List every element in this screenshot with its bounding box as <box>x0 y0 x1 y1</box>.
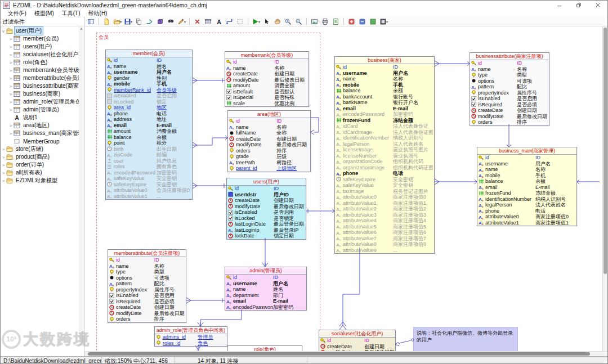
field-row[interactable]: AasafeKeyValue安全密钥 <box>106 176 192 182</box>
field-row[interactable]: roles_id角色 <box>155 340 227 347</box>
expand-arrow-icon[interactable]: > <box>8 100 14 105</box>
field-row[interactable]: idID <box>470 60 549 66</box>
field-row[interactable]: userIdstr用户ID <box>227 192 306 198</box>
entity-table-memberattribute[interactable]: memberattribute(会员注册项)idIDAaname名称type类型… <box>108 249 186 323</box>
field-row[interactable]: Aapattern配比 <box>108 281 186 287</box>
expand-arrow-icon[interactable]: > <box>1 147 6 152</box>
field-row[interactable]: AaattributeValue3商家注册项值3 <box>335 212 434 218</box>
field-row[interactable]: balance余额 <box>477 178 576 185</box>
note-box[interactable]: 说明：社会化用户指微信、微博等外部登录的用户 <box>413 327 518 351</box>
diagram-canvas[interactable]: 会员 说明：社会化用户指微信、微博等外部登录的用户 member(会员)idID… <box>84 26 602 351</box>
field-row[interactable]: AaattributeValue7商家注册项值7 <box>335 236 434 242</box>
toolbar-pan-tool-button[interactable] <box>272 17 283 26</box>
dropdown-caret[interactable]: ▾ <box>386 20 388 24</box>
field-row[interactable]: balance余额 <box>335 88 434 94</box>
relation-businessattribute-businessman[interactable] <box>507 124 511 147</box>
field-row[interactable]: parent_id上级地区 <box>228 165 310 172</box>
field-row[interactable]: propertyIndex属性序号 <box>108 287 186 293</box>
field-row[interactable]: Aaname姓名 <box>225 286 306 293</box>
field-row[interactable]: createDate创建日期 <box>470 107 549 114</box>
relation-business-socialuser[interactable] <box>339 248 360 330</box>
field-row[interactable]: idID <box>319 338 395 344</box>
field-row[interactable]: modifyDate最后修改日期 <box>225 77 309 83</box>
relation-business-businessman[interactable] <box>435 179 477 185</box>
tree-item-store-[interactable]: >store(店铺) <box>1 145 84 153</box>
entity-table-role[interactable]: role(角色) <box>227 345 302 351</box>
field-row[interactable]: isSpecial是否特殊 <box>225 95 309 101</box>
tree-item-businessattribute-[interactable]: >businessattribute(商家注册项) <box>1 82 84 90</box>
field-row[interactable]: AaidentificationNumber纳税人识别号 <box>335 135 434 141</box>
table-title-socialuser[interactable]: socialuser(社会化用户) <box>319 330 395 338</box>
field-row[interactable]: AaattributeValue0会员注册项值0 <box>106 187 192 194</box>
field-row[interactable]: modifyDate最后修改日期 <box>319 349 395 351</box>
field-row[interactable]: birth出生日期 <box>106 146 192 152</box>
toolbar-select-tool-button[interactable] <box>261 17 272 26</box>
table-title-businessattribute[interactable]: businessattribute(商家注册项) <box>470 53 549 60</box>
field-row[interactable]: AaencodedPassword加密密码 <box>106 170 192 176</box>
entity-table-socialuser[interactable]: socialuser(社会化用户)idIDcreateDate创建日期modif… <box>319 330 396 351</box>
expand-arrow-icon[interactable]: > <box>1 155 6 160</box>
table-title-business[interactable]: business(商家) <box>335 57 434 64</box>
field-row[interactable]: Aaphone电话 <box>335 170 434 177</box>
toolbar-add-frame-button[interactable] <box>235 17 245 26</box>
field-row[interactable]: AalicenseNumber营业执照号 <box>335 153 434 159</box>
toolbar-add-relation-button[interactable] <box>224 17 235 26</box>
field-row[interactable]: AaattributeValue9... <box>335 248 434 254</box>
field-row[interactable]: AatreePath树路径 <box>228 160 310 166</box>
toolbar-diagram-style-button[interactable] <box>368 17 378 26</box>
tree-item-memberattribute-[interactable]: >memberattribute(会员注册项) <box>1 74 84 82</box>
table-title-admin[interactable]: admin(管理员) <box>225 267 306 275</box>
table-title-area[interactable]: area(地区) <box>228 111 310 118</box>
toolbar-open-model-button[interactable]: ▾ <box>112 17 123 26</box>
field-row[interactable]: AasafeKeyValue安全密钥 <box>335 182 434 188</box>
field-row[interactable]: modifyDate最后修改日期 <box>108 311 186 317</box>
field-row[interactable]: scale优惠比例 <box>225 101 309 107</box>
field-row[interactable]: admins_id管理员 <box>155 334 227 340</box>
entity-table-businessattribute[interactable]: businessattribute(商家注册项)idIDAaname名称type… <box>470 52 549 126</box>
tree-item-member-[interactable]: >member(会员) <box>1 35 84 43</box>
field-row[interactable]: Aaphone电话 <box>477 208 576 214</box>
menu-item-1[interactable]: 模型(M) <box>30 10 58 17</box>
field-row[interactable]: balance余额 <box>106 134 192 141</box>
expand-arrow-icon[interactable]: > <box>8 84 14 89</box>
field-row[interactable]: Aadepartment部门 <box>225 293 306 299</box>
tree-item-socialuser-[interactable]: >socialuser(社会化用户) <box>1 51 84 59</box>
field-row[interactable]: fullName全称 <box>228 130 310 136</box>
field-row[interactable]: idID <box>106 57 192 64</box>
minimize-button[interactable] <box>550 1 569 10</box>
field-row[interactable]: AaattributeValue1商家注册项值1 <box>477 220 576 226</box>
field-row[interactable]: AaattributeValue1商家注册项值1 <box>335 200 434 206</box>
tree-item-area-[interactable]: >area(地区) <box>1 122 84 129</box>
field-row[interactable]: roles拥有角色 <box>106 164 192 170</box>
field-row[interactable]: Aaname名称 <box>477 167 576 173</box>
maximize-button[interactable] <box>569 1 588 10</box>
field-row[interactable]: Aaphone电话 <box>106 111 192 117</box>
field-row[interactable]: frozenFund冻结金额 <box>477 190 576 196</box>
toolbar-delete-button[interactable] <box>192 17 203 26</box>
expand-arrow-icon[interactable]: > <box>8 60 14 65</box>
filter-input[interactable] <box>1 19 84 25</box>
field-row[interactable]: isLocked是否锁定 <box>227 215 306 222</box>
field-row[interactable]: options可选项 <box>470 78 549 84</box>
tree-item-users-[interactable]: >users(用户) <box>1 43 84 51</box>
toolbar-toggle-tree-panel-button[interactable] <box>86 17 96 26</box>
field-row[interactable]: AabankAccount银行账号 <box>335 94 434 100</box>
field-row[interactable]: Aamobile手机 <box>477 173 576 179</box>
field-row[interactable]: amount消费金额 <box>106 128 192 134</box>
tree-item-business-[interactable]: >business(商家) <box>1 90 84 98</box>
field-row[interactable]: orders排序 <box>470 119 549 125</box>
field-row[interactable]: AazipCode邮编 <box>106 152 192 158</box>
tree-item-user-[interactable]: vuser(用户) <box>1 27 84 35</box>
field-row[interactable]: idID <box>228 118 310 124</box>
field-row[interactable]: createDate创建日期 <box>319 344 395 350</box>
table-title-admin_role[interactable]: admin_role(管理员角色中间表) <box>155 327 227 334</box>
field-row[interactable]: Aaaddress地址 <box>106 116 192 123</box>
field-row[interactable]: createDate创建日期 <box>227 197 306 204</box>
field-row[interactable]: idID <box>335 64 434 70</box>
field-row[interactable]: isLocked锁定 <box>106 99 192 105</box>
dropdown-caret[interactable]: ▾ <box>120 20 122 24</box>
toolbar-save-model-button[interactable]: ▾ <box>123 17 133 26</box>
table-title-role[interactable]: role(角色) <box>228 346 302 351</box>
field-row[interactable]: idID <box>227 186 306 192</box>
toolbar-run-button[interactable]: ▾ <box>251 17 261 26</box>
